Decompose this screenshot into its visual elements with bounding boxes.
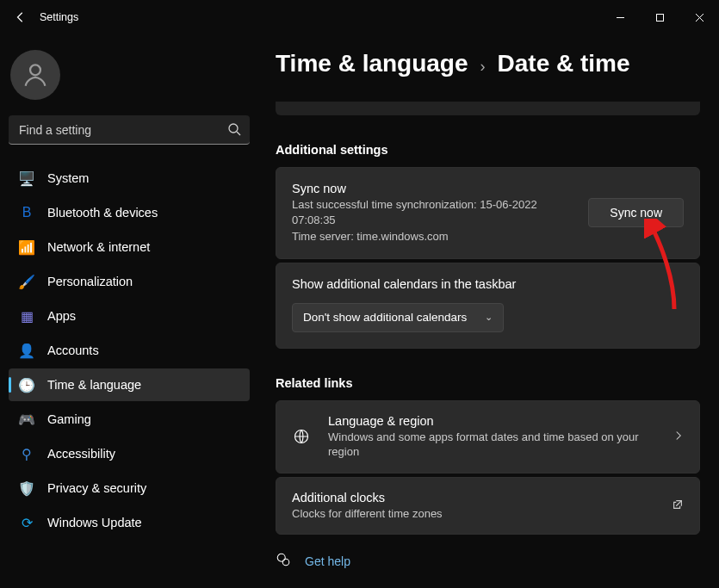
search-container — [9, 115, 250, 145]
chevron-right-icon — [673, 429, 684, 444]
get-help-link[interactable]: Get help — [276, 552, 700, 570]
sidebar-item-time-language[interactable]: 🕒Time & language — [9, 368, 250, 401]
search-icon — [227, 122, 241, 139]
section-heading-additional: Additional settings — [276, 143, 700, 157]
personalization-icon: 🖌️ — [19, 274, 34, 289]
get-help-label: Get help — [305, 554, 350, 568]
calendars-title: Show additional calendars in the taskbar — [292, 277, 684, 291]
additional-clocks-link[interactable]: Additional clocks Clocks for different t… — [276, 477, 700, 535]
svg-point-9 — [282, 560, 289, 566]
sync-last: Last successful time synchronization: 15… — [292, 197, 571, 227]
sidebar-item-bluetooth-devices[interactable]: BBluetooth & devices — [9, 196, 250, 229]
globe-icon — [292, 427, 311, 446]
accounts-icon: 👤 — [19, 343, 34, 358]
breadcrumb-current: Date & time — [498, 50, 630, 77]
language-region-link[interactable]: Language & region Windows and some apps … — [276, 400, 700, 473]
sidebar-item-system[interactable]: 🖥️System — [9, 162, 250, 195]
sidebar-item-apps[interactable]: ▦Apps — [9, 300, 250, 332]
sidebar-item-privacy-security[interactable]: 🛡️Privacy & security — [9, 472, 250, 504]
sidebar-item-label: Network & internet — [47, 240, 150, 254]
sync-title: Sync now — [292, 182, 571, 195]
minimize-button[interactable] — [600, 3, 640, 31]
close-button[interactable] — [679, 3, 719, 31]
sync-card: Sync now Last successful time synchroniz… — [276, 167, 700, 259]
sidebar-item-network-internet[interactable]: 📶Network & internet — [9, 231, 250, 263]
svg-line-6 — [237, 132, 240, 135]
additional-clocks-sub: Clocks for different time zones — [292, 506, 654, 522]
calendars-select-value: Don't show additional calendars — [303, 311, 467, 324]
sidebar-item-label: Accessibility — [47, 447, 115, 461]
svg-point-5 — [229, 124, 238, 133]
calendars-select[interactable]: Don't show additional calendars ⌄ — [292, 303, 504, 332]
sidebar-item-accounts[interactable]: 👤Accounts — [9, 334, 250, 367]
sidebar-item-label: Windows Update — [47, 516, 142, 529]
apps-icon: ▦ — [19, 308, 34, 324]
language-region-sub: Windows and some apps format dates and t… — [328, 430, 656, 460]
system-icon: 🖥️ — [19, 170, 34, 186]
help-icon — [276, 552, 291, 570]
svg-rect-1 — [656, 14, 663, 21]
nav-list: 🖥️SystemBBluetooth & devices📶Network & i… — [9, 162, 250, 541]
sync-now-button[interactable]: Sync now — [588, 198, 684, 227]
sidebar-item-label: Time & language — [47, 378, 141, 392]
windows-update-icon: ⟳ — [19, 515, 34, 530]
sidebar: 🖥️SystemBBluetooth & devices📶Network & i… — [0, 34, 258, 588]
sidebar-item-label: Gaming — [47, 412, 91, 426]
calendars-card: Show additional calendars in the taskbar… — [276, 263, 700, 349]
svg-point-8 — [277, 554, 285, 562]
sidebar-item-gaming[interactable]: 🎮Gaming — [9, 403, 250, 436]
window-controls — [600, 3, 719, 31]
network-internet-icon: 📶 — [19, 239, 34, 255]
previous-card-edge — [276, 102, 700, 115]
privacy-security-icon: 🛡️ — [19, 480, 34, 496]
gaming-icon: 🎮 — [19, 412, 34, 427]
svg-point-4 — [30, 65, 40, 75]
window-title: Settings — [33, 11, 78, 23]
time-language-icon: 🕒 — [19, 377, 34, 393]
sidebar-item-windows-update[interactable]: ⟳Windows Update — [9, 506, 250, 539]
main-content: Time & language › Date & time Additional… — [258, 34, 719, 588]
additional-clocks-title: Additional clocks — [292, 491, 654, 504]
sidebar-item-accessibility[interactable]: ⚲Accessibility — [9, 437, 250, 470]
sidebar-item-label: Privacy & security — [47, 481, 146, 495]
breadcrumb-parent[interactable]: Time & language — [276, 50, 468, 77]
sidebar-item-label: Bluetooth & devices — [47, 206, 158, 220]
maximize-button[interactable] — [640, 3, 679, 31]
sidebar-item-label: Apps — [47, 309, 76, 323]
sidebar-item-label: Accounts — [47, 344, 99, 357]
sidebar-item-label: Personalization — [47, 275, 133, 288]
sync-server: Time server: time.windows.com — [292, 229, 571, 244]
avatar[interactable] — [10, 50, 60, 100]
open-external-icon — [672, 498, 684, 514]
back-button[interactable] — [9, 5, 33, 29]
accessibility-icon: ⚲ — [19, 446, 34, 461]
titlebar: Settings — [0, 0, 719, 34]
bluetooth-devices-icon: B — [19, 205, 34, 220]
breadcrumb: Time & language › Date & time — [276, 50, 700, 77]
section-heading-related: Related links — [276, 376, 700, 390]
language-region-title: Language & region — [328, 414, 656, 428]
sidebar-item-personalization[interactable]: 🖌️Personalization — [9, 265, 250, 298]
sidebar-item-label: System — [47, 171, 89, 185]
chevron-down-icon: ⌄ — [485, 312, 493, 323]
search-input[interactable] — [9, 115, 250, 145]
chevron-right-icon: › — [480, 58, 486, 76]
